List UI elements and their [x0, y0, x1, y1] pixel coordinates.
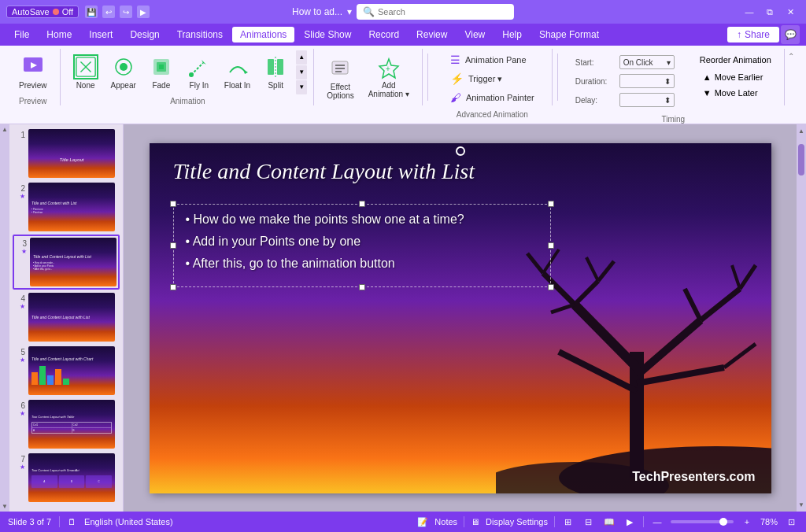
menu-item-slideshow[interactable]: Slide Show [296, 27, 359, 42]
animation-appear-button[interactable]: Appear [106, 51, 141, 93]
save-icon[interactable]: 💾 [85, 6, 98, 18]
animation-pane-button[interactable]: ☰ Animation Pane [446, 52, 539, 68]
share-icon: ↑ [737, 29, 741, 40]
delay-input[interactable]: ⬍ [619, 93, 675, 107]
slide-thumb-7: Two Content Layout with SmartArt A B C [28, 453, 115, 502]
animation-painter-icon: 🖌 [450, 91, 461, 104]
close-button[interactable]: ✕ [781, 5, 800, 19]
zoom-level: 78% [760, 517, 778, 526]
slide-thumb-2: Title and Content with List • Point one … [28, 183, 115, 231]
handle-tr[interactable] [548, 201, 554, 207]
autosave-badge[interactable]: AutoSave Off [6, 6, 79, 18]
title-rotate-handle[interactable] [456, 146, 465, 156]
slide-content-area: Title and Content Layout with List • How… [150, 143, 771, 493]
title-dropdown-icon[interactable]: ▾ [347, 6, 352, 17]
ribbon-separator-2 [557, 54, 558, 101]
preview-button[interactable]: Preview [13, 51, 54, 93]
normal-view-button[interactable]: ⊞ [561, 515, 575, 529]
duration-input[interactable]: ⬍ [619, 74, 675, 88]
slide-sorter-button[interactable]: ⊟ [582, 515, 596, 529]
menu-item-design[interactable]: Design [122, 27, 167, 42]
search-bar[interactable]: 🔍 [357, 4, 514, 20]
animation-group-items: None Appear [68, 49, 308, 95]
animation-none-button[interactable]: None [68, 51, 103, 93]
menu-item-record[interactable]: Record [360, 27, 407, 42]
animation-split-button[interactable]: Split [258, 51, 293, 93]
effect-options-button[interactable]: EffectOptions [322, 52, 358, 103]
handle-bc[interactable] [359, 284, 365, 290]
add-animation-label: AddAnimation ▾ [368, 81, 409, 98]
menu-item-animations[interactable]: Animations [232, 27, 294, 42]
add-animation-button[interactable]: + AddAnimation ▾ [362, 53, 416, 102]
start-input[interactable]: On Click ▾ [619, 55, 675, 69]
animation-flyin-label: Fly In [190, 81, 209, 90]
language-info: English (United States) [84, 517, 173, 526]
zoom-out-button[interactable]: — [650, 515, 664, 529]
comment-button[interactable]: 💬 [781, 25, 800, 44]
minimize-button[interactable]: — [740, 5, 759, 19]
slide-thumbnail-6[interactable]: 6 ★ Two Content Layout with Table Col1 C… [13, 398, 120, 450]
notes-label[interactable]: Notes [434, 517, 457, 526]
zoom-slider[interactable] [671, 520, 734, 523]
handle-br[interactable] [548, 284, 554, 290]
slide-thumb-4: Title and Content Layout with List [28, 293, 115, 342]
title-bar-left: AutoSave Off 💾 ↩ ↪ ▶ [6, 6, 150, 18]
preview-label: Preview [19, 81, 47, 90]
animation-flyin-button[interactable]: Fly In [182, 51, 216, 93]
slide-thumbnail-3[interactable]: 3 ★ Title and Content Layout with List •… [13, 235, 120, 290]
scroll-expand-button[interactable]: ▼ [296, 80, 307, 94]
ribbon-collapse-button[interactable]: ⌃ [786, 49, 796, 105]
slide-thumbnail-1[interactable]: 1 Title Layout [13, 127, 120, 179]
handle-mr[interactable] [548, 242, 554, 249]
move-earlier-button[interactable]: ▲ Move Earlier [700, 71, 771, 83]
handle-ml[interactable] [170, 242, 176, 249]
animation-fade-button[interactable]: Fade [144, 51, 179, 93]
present-icon[interactable]: ▶ [137, 6, 150, 18]
zoom-in-button[interactable]: + [740, 515, 754, 529]
undo-icon[interactable]: ↩ [102, 6, 115, 18]
menu-item-file[interactable]: File [6, 27, 37, 42]
canvas-vertical-scrollbar[interactable]: ▲ ▼ [797, 124, 806, 512]
fit-slide-button[interactable]: ⊡ [784, 515, 798, 529]
menu-item-insert[interactable]: Insert [81, 27, 120, 42]
menu-item-help[interactable]: Help [494, 27, 530, 42]
svg-text:+: + [386, 65, 390, 73]
slideshow-button[interactable]: ▶ [623, 515, 637, 529]
menu-item-transitions[interactable]: Transitions [169, 27, 231, 42]
restore-button[interactable]: ⧉ [760, 5, 779, 19]
slide-bullet-3: • After this, go to the animation button [186, 257, 538, 271]
menu-item-review[interactable]: Review [409, 27, 455, 42]
slide-thumbnail-4[interactable]: 4 ★ Title and Content Layout with List [13, 291, 120, 343]
handle-tc[interactable] [359, 201, 365, 207]
status-divider-3 [554, 516, 555, 527]
redo-icon[interactable]: ↪ [120, 6, 132, 18]
autosave-state: Off [62, 7, 73, 17]
scroll-up-button[interactable]: ▲ [296, 50, 307, 65]
slide-thumbnail-7[interactable]: 7 ★ Two Content Layout with SmartArt A B… [13, 452, 120, 504]
handle-tl[interactable] [170, 201, 176, 207]
slide-text-box[interactable]: • How do we make the points show one at … [173, 204, 551, 287]
animation-painter-button[interactable]: 🖌 Animation Painter [446, 90, 539, 105]
move-later-button[interactable]: ▼ Move Later [700, 87, 771, 99]
slide-title[interactable]: Title and Content Layout with List [173, 159, 748, 184]
search-input[interactable] [378, 7, 508, 17]
slide-panel-scrollbar[interactable]: ▲ ▼ [0, 124, 9, 512]
share-button[interactable]: ↑ Share [727, 27, 779, 42]
handle-bl[interactable] [170, 284, 176, 290]
canvas-scrollbar-thumb[interactable] [798, 144, 804, 175]
display-settings-label[interactable]: Display Settings [486, 517, 548, 526]
slide-number-2: 2 [14, 184, 25, 193]
slide-thumbnail-5[interactable]: 5 ★ Title and Content Layout with Chart [13, 345, 120, 397]
menu-item-view[interactable]: View [457, 27, 493, 42]
reading-view-button[interactable]: 📖 [602, 515, 616, 529]
status-divider-1 [59, 516, 60, 527]
scroll-down-button[interactable]: ▼ [296, 65, 307, 79]
status-divider-4 [643, 516, 644, 527]
main-slide[interactable]: Title and Content Layout with List • How… [150, 143, 771, 493]
trigger-button[interactable]: ⚡ Trigger ▾ [446, 71, 539, 87]
slide-thumb-content-5: Title and Content Layout with Chart [28, 346, 115, 395]
menu-item-home[interactable]: Home [39, 27, 79, 42]
menu-item-shapeformat[interactable]: Shape Format [531, 27, 607, 42]
slide-thumbnail-2[interactable]: 2 ★ Title and Content with List • Point … [13, 181, 120, 233]
animation-floatin-button[interactable]: Float In [220, 51, 255, 93]
